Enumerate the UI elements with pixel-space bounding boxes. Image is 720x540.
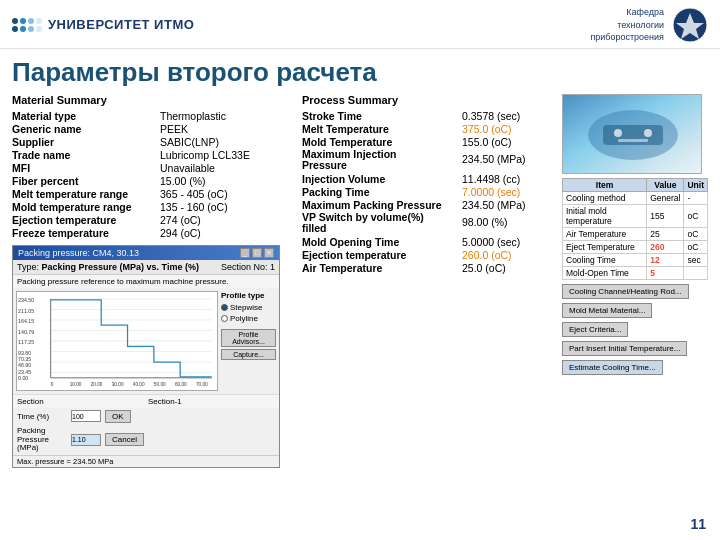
- material-summary-title: Material Summary: [12, 94, 292, 106]
- prop-label-max-packing-pressure: Maximum Packing Pressure: [302, 199, 462, 211]
- prop-melt-temp-range: Melt temperature range 365 - 405 (oC): [12, 188, 292, 200]
- svg-text:23.45: 23.45: [18, 368, 31, 374]
- table-row: Eject Temperature 260 oC: [563, 240, 708, 253]
- cell-cooling-time-label: Cooling Time: [563, 253, 647, 266]
- svg-text:140.79: 140.79: [18, 328, 34, 334]
- cell-initial-mold-temp-unit: oC: [684, 204, 708, 227]
- page-title: Параметры второго расчета: [0, 49, 720, 94]
- prop-value-stroke-time: 0.3578 (sec): [462, 110, 520, 122]
- prop-value-mold-temp-range: 135 - 160 (oC): [160, 201, 228, 213]
- process-properties: Process Summary Stroke Time 0.3578 (sec)…: [302, 94, 552, 375]
- svg-text:50.00: 50.00: [154, 382, 166, 387]
- prop-label-stroke-time: Stroke Time: [302, 110, 462, 122]
- eject-criteria-button[interactable]: Eject Criteria...: [562, 322, 628, 337]
- cell-initial-mold-temp-value: 155: [647, 204, 684, 227]
- prop-trade-name: Trade name Lubricomp LCL33E: [12, 149, 292, 161]
- prop-label-air-temp: Air Temperature: [302, 262, 462, 274]
- prop-label-mfi: MFI: [12, 162, 160, 174]
- prop-ejection-temp-right: Ejection temperature 260.0 (oC): [302, 249, 552, 261]
- pressure-input[interactable]: [71, 434, 101, 446]
- header-left: УНИВЕРСИТЕТ ИТМО: [12, 17, 194, 32]
- table-row: Air Temperature 25 oC: [563, 227, 708, 240]
- prop-supplier: Supplier SABIC(LNP): [12, 136, 292, 148]
- prop-label-max-inj-pressure: Maximum InjectionPressure: [302, 149, 462, 172]
- radio-polyline-icon: [221, 315, 228, 322]
- radio-stepwise-label: Stepwise: [230, 303, 262, 312]
- svg-text:164.15: 164.15: [18, 318, 34, 324]
- section-row-label: Section: [17, 397, 144, 406]
- capture-button[interactable]: Capture...: [221, 349, 276, 360]
- right-panel: Process Summary Stroke Time 0.3578 (sec)…: [302, 94, 708, 468]
- cell-cooling-method-unit: -: [684, 191, 708, 204]
- prop-value-vp-switch: 98.00 (%): [462, 212, 508, 235]
- university-name: УНИВЕРСИТЕТ ИТМО: [48, 17, 194, 32]
- prop-max-inj-pressure: Maximum InjectionPressure 234.50 (MPa): [302, 149, 552, 172]
- prop-freeze-temp: Freeze temperature 294 (oC): [12, 227, 292, 239]
- table-row: Cooling method General -: [563, 191, 708, 204]
- mold-metal-material-button[interactable]: Mold Metal Material...: [562, 303, 652, 318]
- svg-text:0.00: 0.00: [18, 375, 28, 381]
- prop-value-mfi: Unavailable: [160, 162, 215, 174]
- close-button[interactable]: ×: [264, 248, 274, 258]
- prop-melt-temp: Melt Temperature 375.0 (oC): [302, 123, 552, 135]
- prop-value-ejection-temp: 274 (oC): [160, 214, 201, 226]
- prop-value-material-type: Thermoplastic: [160, 110, 226, 122]
- cooling-buttons-row: Cooling Channel/Heating Rod... Mold Meta…: [562, 284, 708, 318]
- dialog-toolbar-label: Type: Packing Pressure (MPa) vs. Time (%…: [17, 262, 199, 272]
- prop-air-temp: Air Temperature 25.0 (oC): [302, 262, 552, 274]
- prop-label-packing-time: Packing Time: [302, 186, 462, 198]
- prop-stroke-time: Stroke Time 0.3578 (sec): [302, 110, 552, 122]
- dept-line3: приборостроения: [590, 31, 664, 44]
- prop-max-packing-pressure: Maximum Packing Pressure 234.50 (MPa): [302, 199, 552, 211]
- chart-area: 234.50 211.05 164.15 140.79 117.25 93.80…: [16, 291, 218, 391]
- cell-mold-open-time-value: 5: [647, 266, 684, 279]
- prop-fiber-percent: Fiber percent 15.00 (%): [12, 175, 292, 187]
- radio-stepwise-icon: [221, 304, 228, 311]
- minimize-button[interactable]: _: [240, 248, 250, 258]
- profile-advisors-button[interactable]: Profile Advisors...: [221, 329, 276, 347]
- radio-stepwise[interactable]: Stepwise: [221, 303, 276, 312]
- table-row: Initial mold temperature 155 oC: [563, 204, 708, 227]
- ok-button[interactable]: OK: [105, 410, 131, 423]
- prop-label-melt-temp-range: Melt temperature range: [12, 188, 160, 200]
- prop-label-vp-switch: VP Switch by volume(%)filled: [302, 212, 462, 235]
- cell-cooling-time-unit: sec: [684, 253, 708, 266]
- logo-dot: [20, 18, 26, 24]
- cell-air-temp-label: Air Temperature: [563, 227, 647, 240]
- svg-text:234.50: 234.50: [18, 297, 34, 303]
- time-input[interactable]: [71, 410, 101, 422]
- page-number: 11: [690, 516, 706, 532]
- cooling-channel-button[interactable]: Cooling Channel/Heating Rod...: [562, 284, 689, 299]
- prop-mold-temp: Mold Temperature 155.0 (oC): [302, 136, 552, 148]
- cell-eject-temp-label: Eject Temperature: [563, 240, 647, 253]
- prop-label-ejection-temp: Ejection temperature: [12, 214, 160, 226]
- cancel-button[interactable]: Cancel: [105, 433, 144, 446]
- dialog-chart-title: Packing pressure reference to maximum ma…: [13, 275, 279, 288]
- prop-vp-switch: VP Switch by volume(%)filled 98.00 (%): [302, 212, 552, 235]
- time-label: Time (%): [17, 412, 67, 421]
- svg-text:46.90: 46.90: [18, 362, 31, 368]
- prop-value-inj-volume: 11.4498 (cc): [462, 173, 520, 185]
- process-summary-title: Process Summary: [302, 94, 552, 106]
- prop-label-material-type: Material type: [12, 110, 160, 122]
- part-insert-button[interactable]: Part Insert Initial Temperature...: [562, 341, 687, 356]
- logo-dot: [28, 26, 34, 32]
- estimate-cooling-time-button[interactable]: Estimate Cooling Time...: [562, 360, 663, 375]
- chart-svg: 234.50 211.05 164.15 140.79 117.25 93.80…: [17, 292, 217, 390]
- dialog-toolbar: Type: Packing Pressure (MPa) vs. Time (%…: [13, 260, 279, 275]
- header-right-area: Кафедра технологии приборостроения: [590, 6, 708, 44]
- radio-polyline[interactable]: Polyline: [221, 314, 276, 323]
- prop-label-melt-temp: Melt Temperature: [302, 123, 462, 135]
- svg-text:117.25: 117.25: [18, 339, 34, 345]
- logo-dots: [12, 18, 42, 32]
- logo-dot: [36, 18, 42, 24]
- svg-text:20.00: 20.00: [91, 382, 103, 387]
- profile-type-panel: Profile type Stepwise Polyline Profile A…: [221, 291, 276, 391]
- prop-mfi: MFI Unavailable: [12, 162, 292, 174]
- col-item: Item: [563, 178, 647, 191]
- maximize-button[interactable]: □: [252, 248, 262, 258]
- cell-mold-open-time-unit: [684, 266, 708, 279]
- cell-cooling-method-value: General: [647, 191, 684, 204]
- svg-text:93.80: 93.80: [18, 349, 31, 355]
- prop-mold-temp-range: Mold temperature range 135 - 160 (oC): [12, 201, 292, 213]
